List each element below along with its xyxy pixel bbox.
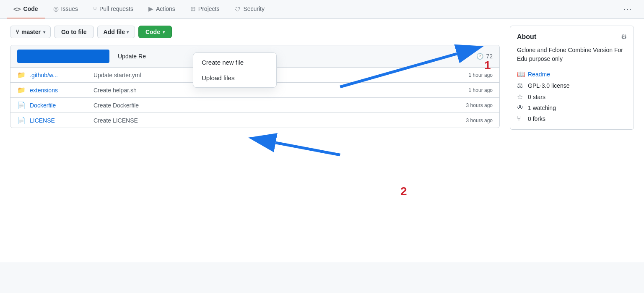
tab-projects[interactable]: ⊞ Projects (184, 0, 226, 18)
tab-issues-label: Issues (61, 5, 78, 12)
more-tabs-button[interactable]: ··· (618, 2, 637, 17)
table-row[interactable]: 📄 Dockerfile Create Dockerfile 3 hours a… (10, 98, 499, 113)
add-file-dropdown: Create new file Upload files (193, 52, 277, 88)
tab-actions-label: Actions (156, 5, 175, 12)
tab-issues[interactable]: ◎ Issues (47, 0, 85, 18)
tab-code[interactable]: <> Code (7, 0, 45, 18)
watching-icon: 👁 (517, 104, 525, 112)
meta-forks[interactable]: ⑂ 0 forks (517, 115, 627, 123)
meta-stars[interactable]: ☆ 0 stars (517, 93, 627, 101)
tab-pull-requests-label: Pull requests (99, 5, 133, 12)
about-header: About ⚙ (517, 33, 627, 41)
upload-files-item[interactable]: Upload files (193, 70, 276, 86)
file-commit: Create LICENSE (93, 117, 461, 124)
watching-label: 1 watching (528, 105, 556, 111)
settings-gear-icon[interactable]: ⚙ (621, 33, 627, 41)
nav-tabs: <> Code ◎ Issues ⑂ Pull requests ▶ Actio… (0, 0, 644, 19)
issues-icon: ◎ (53, 5, 59, 13)
tab-security-label: Security (243, 5, 265, 12)
file-icon: 📄 (17, 101, 25, 109)
file-commit: Create helpar.sh (93, 87, 464, 94)
actions-icon: ▶ (148, 5, 153, 13)
projects-icon: ⊞ (190, 5, 196, 13)
file-time: 3 hours ago (466, 118, 493, 123)
branch-selector[interactable]: ⑂ master ▾ (10, 26, 51, 38)
file-commit: Update starter.yml (93, 72, 464, 78)
file-commit: Create Dockerfile (93, 102, 461, 109)
right-column: About ⚙ Gclone and Fclone Combine Versio… (510, 26, 634, 256)
meta-readme[interactable]: 📖 Readme (517, 70, 627, 78)
code-chevron-icon: ▾ (163, 30, 165, 34)
branch-label: master (21, 29, 41, 35)
tab-projects-label: Projects (198, 5, 220, 12)
star-icon: ☆ (517, 93, 525, 101)
license-icon: ⚖ (517, 81, 525, 89)
file-time: 1 hour ago (469, 87, 493, 93)
security-icon: 🛡 (234, 5, 241, 13)
folder-icon: 📁 (17, 71, 25, 79)
upload-files-label: Upload files (202, 74, 234, 81)
meta-license[interactable]: ⚖ GPL-3.0 license (517, 81, 627, 89)
add-file-label: Add file (104, 29, 125, 35)
left-column: ⑂ master ▾ Go to file Add file ▾ Code ▾ (10, 26, 500, 256)
toolbar: ⑂ master ▾ Go to file Add file ▾ Code ▾ (10, 26, 500, 38)
blurred-user-bar (17, 50, 109, 63)
code-button-label: Code (145, 29, 160, 35)
file-name: extensions (30, 87, 88, 94)
code-button[interactable]: Code ▾ (138, 26, 172, 38)
create-new-file-item[interactable]: Create new file (193, 55, 276, 70)
code-icon: <> (13, 5, 21, 13)
tab-code-label: Code (23, 5, 38, 12)
table-row[interactable]: 📄 LICENSE Create LICENSE 3 hours ago (10, 113, 499, 128)
about-section: About ⚙ Gclone and Fclone Combine Versio… (510, 26, 634, 130)
tab-security[interactable]: 🛡 Security (228, 0, 271, 18)
pull-requests-icon: ⑂ (93, 5, 97, 13)
add-file-chevron-icon: ▾ (127, 30, 129, 34)
go-to-file-label: Go to file (61, 29, 87, 35)
go-to-file-button[interactable]: Go to file (54, 26, 94, 38)
dropdown-menu: Create new file Upload files (193, 52, 277, 88)
commit-clock-icon: 🕐 (476, 53, 483, 60)
about-meta: 📖 Readme ⚖ GPL-3.0 license ☆ 0 stars 👁 1… (517, 70, 627, 123)
main-content: ⑂ master ▾ Go to file Add file ▾ Code ▾ (0, 19, 644, 262)
file-name: Dockerfile (30, 102, 88, 109)
branch-chevron-icon: ▾ (43, 30, 45, 34)
branch-icon: ⑂ (16, 29, 19, 35)
readme-icon: 📖 (517, 70, 525, 78)
readme-label: Readme (528, 71, 550, 78)
forks-label: 0 forks (528, 115, 545, 122)
stars-label: 0 stars (528, 94, 545, 100)
tab-pull-requests[interactable]: ⑂ Pull requests (86, 0, 140, 18)
latest-commit-msg: Update Re (118, 53, 471, 60)
file-name: .github/w... (30, 72, 88, 78)
folder-icon: 📁 (17, 86, 25, 94)
file-time: 3 hours ago (466, 102, 493, 108)
commit-count: 72 (486, 53, 493, 60)
about-description: Gclone and Fclone Combine Version For Ed… (517, 46, 627, 63)
fork-icon: ⑂ (517, 115, 525, 123)
license-label: GPL-3.0 license (528, 82, 570, 89)
about-title: About (517, 33, 536, 41)
tab-actions[interactable]: ▶ Actions (142, 0, 182, 18)
file-name: LICENSE (30, 117, 88, 124)
meta-watching[interactable]: 👁 1 watching (517, 104, 627, 112)
create-new-file-label: Create new file (202, 59, 244, 66)
file-time: 1 hour ago (469, 72, 493, 78)
add-file-button[interactable]: Add file ▾ (97, 26, 135, 38)
commit-counter: 🕐 72 (476, 53, 493, 60)
file-icon: 📄 (17, 116, 25, 124)
